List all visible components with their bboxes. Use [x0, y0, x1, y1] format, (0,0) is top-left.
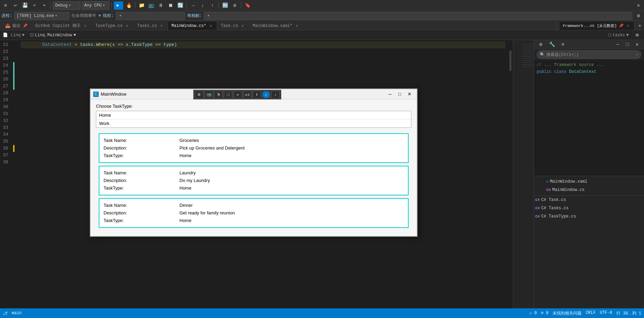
tab-mainwindow-cs[interactable]: MainWindow.cs* ✕: [168, 21, 217, 30]
wpf-camera-btn[interactable]: 📹: [205, 91, 213, 98]
coverage-bar-yellow: [13, 145, 14, 152]
filter-icon[interactable]: ≡: [559, 40, 567, 49]
intellisense-icon[interactable]: 🔤: [221, 1, 229, 10]
line-number-31: 31: [0, 110, 10, 117]
tree-item-task[interactable]: C# C# Task.cs: [534, 196, 644, 204]
tab-tasks[interactable]: Tasks.cs ✕: [133, 21, 168, 30]
step-into-icon[interactable]: ↓: [198, 1, 207, 10]
new-project-icon[interactable]: ⊙: [1, 1, 10, 10]
tree-item-tasktype[interactable]: C# C# TaskType.cs: [534, 212, 644, 221]
wpf-chevron-btn[interactable]: ›: [271, 91, 280, 98]
task-type-row-1: TaskType: Home: [104, 152, 404, 160]
close-xaml-tab-icon[interactable]: ✕: [294, 23, 299, 28]
settings-right-icon[interactable]: ⚙: [537, 40, 545, 49]
code-line-38: DataContext = tasks.Where(x => x.TaskTyp…: [21, 41, 505, 48]
tab-framework-metadata[interactable]: Framework...nt [从元数据] 📌 ✕: [559, 21, 634, 30]
format-icon[interactable]: ⚙: [231, 1, 239, 10]
method-nav-dropdown-2[interactable]: ⬡ tasks ▼: [608, 32, 629, 38]
thread-dropdown[interactable]: ▼: [116, 12, 185, 20]
fire-icon[interactable]: 🔥: [125, 1, 133, 10]
wpf-pointer-btn[interactable]: 🖱: [214, 91, 223, 98]
save-all-icon[interactable]: 💾: [21, 1, 29, 10]
listbox-item-work[interactable]: Work: [96, 119, 411, 127]
screen-record-icon[interactable]: 📺: [147, 1, 155, 10]
debug-mode-dropdown[interactable]: Debug ▼: [53, 1, 80, 10]
open-icon[interactable]: ↩: [11, 1, 19, 10]
wpf-close-button[interactable]: ✕: [404, 90, 414, 98]
restart-icon[interactable]: 🔄: [176, 1, 184, 10]
solution-search-box[interactable]: 🔍 搜索器(Ctrl+;) ⌕: [537, 50, 641, 59]
listbox-item-home[interactable]: Home: [96, 111, 411, 119]
panel-close-icon[interactable]: ✕: [633, 40, 641, 49]
wpf-check-btn[interactable]: ✓: [262, 91, 270, 98]
callstack-settings-icon[interactable]: ⚙: [634, 12, 643, 20]
task-name-label-2: Task Name:: [104, 169, 179, 177]
close-mainwindow-tab-icon[interactable]: ✕: [208, 23, 213, 28]
tasktype-listbox[interactable]: Home Work: [96, 111, 411, 128]
tab-copilot[interactable]: GitHub Copilot 聊天 ✕: [31, 21, 91, 30]
choose-tasktype-label: Choose TaskType:: [96, 104, 411, 109]
stop-icon[interactable]: ⏹: [166, 1, 175, 10]
task-desc-label-2: Description:: [104, 177, 179, 184]
wpf-maximize-button[interactable]: □: [395, 90, 404, 98]
continue-button[interactable]: ▶: [114, 1, 123, 10]
wpf-rectangle-btn[interactable]: □: [224, 91, 232, 98]
process-dropdown[interactable]: [7896] Linq.exe ▼: [14, 12, 69, 20]
line-number-21: 21: [0, 41, 10, 48]
tree-item-tasks[interactable]: C# C# Tasks.cs: [534, 204, 644, 212]
task-type-row-3: TaskType: Home: [104, 217, 404, 224]
redo-icon[interactable]: ↷: [40, 1, 48, 10]
tab-mainwindow-xaml[interactable]: MainWindow.xaml* ✕: [249, 21, 303, 30]
separator-3: [135, 2, 135, 9]
line-number-37: 37: [0, 152, 10, 159]
git-branch-label: main: [12, 311, 22, 316]
task-name-row-1: Task Name: Groceries: [104, 137, 404, 144]
wpf-resize-btn[interactable]: ⇔: [234, 91, 242, 98]
close-framework-icon[interactable]: ✕: [626, 23, 631, 28]
task-type-label-3: TaskType:: [104, 217, 179, 224]
task-card-groceries: Task Name: Groceries Description: Pick u…: [99, 133, 409, 163]
wpf-minimize-button[interactable]: ─: [385, 90, 395, 98]
pin-output-icon[interactable]: 📌: [23, 23, 28, 28]
method-nav-dropdown-1[interactable]: ⬡ Linq.MainWindow ▼: [30, 32, 76, 38]
status-bar: ⎇ main ⚠ 0 ⊘ 0 未找到相关问题 CRLF UTF-8 行 38，列…: [0, 308, 644, 318]
step-over-icon[interactable]: →: [189, 1, 197, 10]
expand-code-icon[interactable]: ⊞: [633, 31, 641, 39]
vertical-scrollbar[interactable]: [508, 40, 513, 308]
tree-item-mainwindow-xaml[interactable]: ⊞ MainWindow.xaml: [535, 177, 643, 186]
close-tasktype-tab-icon[interactable]: ✕: [125, 23, 129, 28]
folder-open-icon[interactable]: 📁: [137, 1, 146, 10]
add-tab-icon[interactable]: +: [636, 22, 644, 30]
step-out-icon[interactable]: ↑: [208, 1, 216, 10]
pin-framework-icon[interactable]: 📌: [619, 23, 624, 28]
undo-icon[interactable]: ↶: [30, 1, 39, 10]
tab-tasktype[interactable]: TaskType.cs ✕: [91, 21, 133, 30]
bottom-solution-items: C# C# Task.cs C# C# Tasks.cs C# C# TaskT…: [534, 195, 644, 309]
class-nav-dropdown[interactable]: Linq ▼: [11, 33, 25, 38]
thread-label: 线程:: [103, 13, 114, 19]
cpu-dropdown[interactable]: Any CPU ▼: [82, 1, 109, 10]
wpf-select-element-btn[interactable]: ⊞: [195, 91, 203, 98]
separator-1: [50, 2, 51, 9]
panel-float-icon[interactable]: □: [623, 40, 632, 49]
panel-minimize-icon[interactable]: ─: [614, 40, 622, 49]
wpf-up-btn[interactable]: ⬆: [253, 91, 261, 98]
task-type-value-1: Home: [179, 152, 192, 160]
tree-item-mainwindow-cs[interactable]: C# MainWindow.cs: [535, 186, 643, 194]
close-right-icon[interactable]: ✕: [634, 1, 643, 10]
stack-dropdown[interactable]: ▼: [204, 12, 632, 20]
code-editor: ⊞ 📹 🖱 □ ⇔ ⊙3 ⬆ ✓ › C MainWindow ─ □ ✕: [0, 40, 534, 308]
wrench-icon[interactable]: 🔧: [548, 40, 556, 49]
close-tasks-tab-icon[interactable]: ✕: [159, 23, 164, 28]
tab-task[interactable]: Task.cs ✕: [217, 21, 249, 30]
close-copilot-tab-icon[interactable]: ✕: [83, 23, 88, 28]
task-desc-row-3: Description: Get ready for family reunio…: [104, 209, 404, 217]
search-area: 🔍 搜索器(Ctrl+;) ⌕: [534, 49, 644, 60]
bookmark-icon[interactable]: 🔖: [243, 1, 252, 10]
wpf-window-controls: ─ □ ✕: [385, 90, 414, 98]
search-icon: 🔍: [540, 52, 545, 57]
close-task-tab-icon[interactable]: ✕: [240, 23, 245, 28]
wpf-window-icon: C: [93, 91, 99, 97]
pause-icon[interactable]: ⏸: [157, 1, 165, 10]
tab-output[interactable]: 📤 输出 📌: [1, 21, 31, 30]
